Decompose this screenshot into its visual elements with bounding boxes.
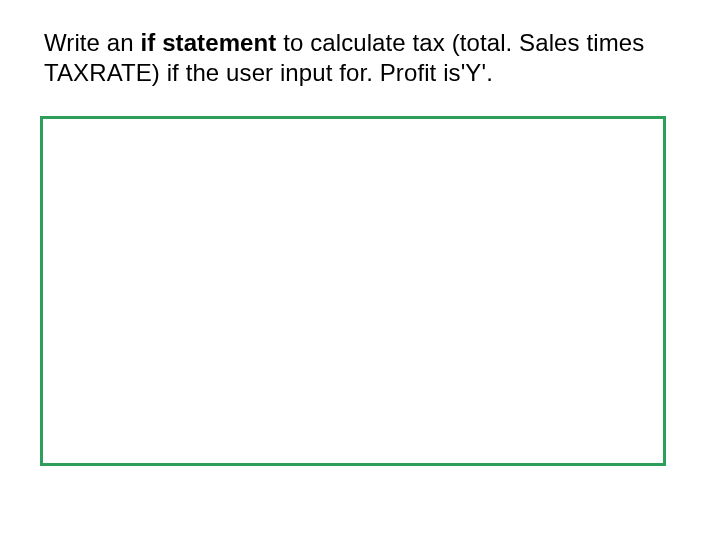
slide: Write an if statement to calculate tax (…: [0, 0, 720, 540]
answer-box: [40, 116, 666, 466]
prompt-part1: Write an: [44, 29, 141, 56]
prompt-bold: if statement: [141, 29, 277, 56]
question-prompt: Write an if statement to calculate tax (…: [44, 28, 654, 88]
